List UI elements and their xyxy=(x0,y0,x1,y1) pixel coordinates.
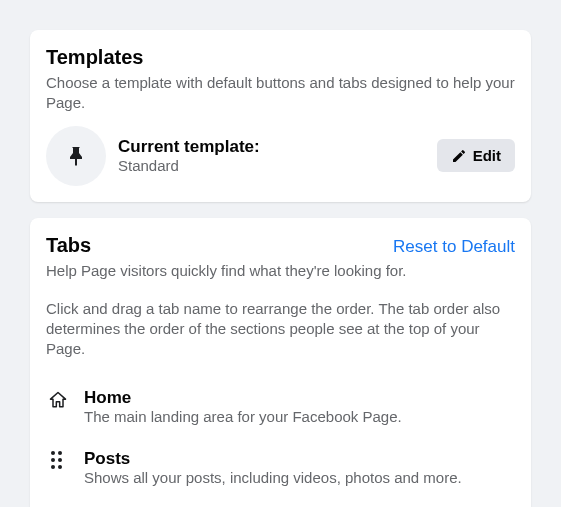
tabs-header: Tabs Reset to Default xyxy=(46,234,515,261)
tab-desc: The main landing area for your Facebook … xyxy=(84,408,515,425)
tab-item-home: Home The main landing area for your Face… xyxy=(46,380,515,441)
current-template-value: Standard xyxy=(118,157,425,174)
templates-description: Choose a template with default buttons a… xyxy=(46,73,515,114)
tab-name: Home xyxy=(84,388,515,408)
reset-to-default-link[interactable]: Reset to Default xyxy=(393,237,515,257)
edit-template-button[interactable]: Edit xyxy=(437,139,515,172)
tab-name: Posts xyxy=(84,449,515,469)
edit-button-label: Edit xyxy=(473,147,501,164)
current-template-row: Current template: Standard Edit xyxy=(46,126,515,186)
tabs-title: Tabs xyxy=(46,234,91,257)
tab-text: Posts Shows all your posts, including vi… xyxy=(84,449,515,486)
current-template-info: Current template: Standard xyxy=(118,137,425,174)
pencil-icon xyxy=(451,148,467,164)
tab-desc: Shows all your posts, including videos, … xyxy=(84,469,515,486)
tabs-instructions: Click and drag a tab name to rearrange t… xyxy=(46,299,515,360)
tab-text: Home The main landing area for your Face… xyxy=(84,388,515,425)
pin-icon xyxy=(46,126,106,186)
current-template-label: Current template: xyxy=(118,137,425,157)
drag-handle-icon[interactable] xyxy=(46,449,70,469)
templates-card: Templates Choose a template with default… xyxy=(30,30,531,202)
tab-item-posts[interactable]: Posts Shows all your posts, including vi… xyxy=(46,441,515,502)
home-icon xyxy=(46,388,70,410)
templates-title: Templates xyxy=(46,46,515,69)
tabs-card: Tabs Reset to Default Help Page visitors… xyxy=(30,218,531,508)
tabs-description: Help Page visitors quickly find what the… xyxy=(46,261,515,281)
